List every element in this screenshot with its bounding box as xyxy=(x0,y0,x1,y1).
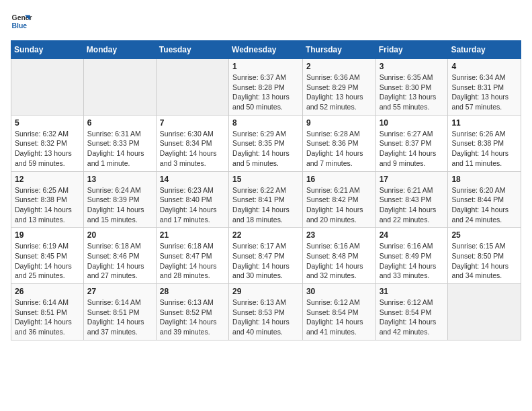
day-number: 12 xyxy=(15,175,80,184)
day-info: Sunrise: 6:13 AMSunset: 8:53 PMDaylight:… xyxy=(232,298,299,337)
calendar-cell: 13Sunrise: 6:24 AMSunset: 8:39 PMDayligh… xyxy=(83,171,156,228)
logo-icon: General Blue xyxy=(11,11,32,32)
day-number: 24 xyxy=(380,230,445,240)
day-info: Sunrise: 6:26 AMSunset: 8:38 PMDaylight:… xyxy=(451,129,517,169)
calendar-cell: 12Sunrise: 6:25 AMSunset: 8:38 PMDayligh… xyxy=(11,171,84,228)
calendar-cell xyxy=(11,59,84,116)
day-number: 16 xyxy=(306,175,372,184)
calendar-cell: 27Sunrise: 6:14 AMSunset: 8:51 PMDayligh… xyxy=(83,284,156,340)
calendar-cell: 18Sunrise: 6:20 AMSunset: 8:44 PMDayligh… xyxy=(448,171,521,228)
day-info: Sunrise: 6:36 AMSunset: 8:29 PMDaylight:… xyxy=(306,73,372,112)
day-info: Sunrise: 6:34 AMSunset: 8:31 PMDaylight:… xyxy=(451,73,517,112)
day-info: Sunrise: 6:31 AMSunset: 8:33 PMDaylight:… xyxy=(87,129,152,169)
day-info: Sunrise: 6:16 AMSunset: 8:48 PMDaylight:… xyxy=(306,241,372,281)
calendar-cell: 23Sunrise: 6:16 AMSunset: 8:48 PMDayligh… xyxy=(302,228,375,284)
day-number: 15 xyxy=(232,175,299,184)
calendar-cell: 28Sunrise: 6:13 AMSunset: 8:52 PMDayligh… xyxy=(156,284,228,340)
day-info: Sunrise: 6:25 AMSunset: 8:38 PMDaylight:… xyxy=(15,185,80,225)
day-number: 28 xyxy=(160,287,225,296)
day-number: 1 xyxy=(232,62,299,71)
day-number: 30 xyxy=(306,287,372,296)
day-info: Sunrise: 6:28 AMSunset: 8:36 PMDaylight:… xyxy=(306,129,372,169)
day-info: Sunrise: 6:16 AMSunset: 8:49 PMDaylight:… xyxy=(380,241,445,281)
calendar-cell: 8Sunrise: 6:29 AMSunset: 8:35 PMDaylight… xyxy=(229,115,303,171)
calendar-cell: 20Sunrise: 6:18 AMSunset: 8:46 PMDayligh… xyxy=(83,228,156,284)
day-number: 7 xyxy=(160,118,225,128)
day-info: Sunrise: 6:14 AMSunset: 8:51 PMDaylight:… xyxy=(87,298,152,337)
day-number: 20 xyxy=(87,230,152,240)
calendar-cell: 29Sunrise: 6:13 AMSunset: 8:53 PMDayligh… xyxy=(229,284,303,340)
calendar-cell: 10Sunrise: 6:27 AMSunset: 8:37 PMDayligh… xyxy=(375,115,448,171)
day-info: Sunrise: 6:30 AMSunset: 8:34 PMDaylight:… xyxy=(160,129,225,169)
day-number: 13 xyxy=(87,175,152,184)
calendar-week-row: 26Sunrise: 6:14 AMSunset: 8:51 PMDayligh… xyxy=(11,284,521,340)
day-number: 19 xyxy=(15,230,80,240)
calendar-cell: 1Sunrise: 6:37 AMSunset: 8:28 PMDaylight… xyxy=(229,59,303,116)
day-info: Sunrise: 6:17 AMSunset: 8:47 PMDaylight:… xyxy=(232,241,299,281)
day-info: Sunrise: 6:21 AMSunset: 8:43 PMDaylight:… xyxy=(380,185,445,225)
logo: General Blue xyxy=(11,11,32,32)
day-number: 2 xyxy=(306,62,372,71)
day-info: Sunrise: 6:24 AMSunset: 8:39 PMDaylight:… xyxy=(87,185,152,225)
day-number: 10 xyxy=(380,118,445,128)
calendar-week-row: 1Sunrise: 6:37 AMSunset: 8:28 PMDaylight… xyxy=(11,59,521,116)
day-info: Sunrise: 6:12 AMSunset: 8:54 PMDaylight:… xyxy=(380,298,445,337)
day-number: 3 xyxy=(380,62,445,71)
day-of-week-header: Saturday xyxy=(448,41,521,59)
day-info: Sunrise: 6:12 AMSunset: 8:54 PMDaylight:… xyxy=(306,298,372,337)
svg-text:Blue: Blue xyxy=(12,22,28,30)
day-number: 25 xyxy=(451,230,517,240)
day-of-week-header: Thursday xyxy=(302,41,375,59)
day-number: 26 xyxy=(15,287,80,296)
day-number: 5 xyxy=(15,118,80,128)
calendar-cell: 2Sunrise: 6:36 AMSunset: 8:29 PMDaylight… xyxy=(302,59,375,116)
calendar-cell: 19Sunrise: 6:19 AMSunset: 8:45 PMDayligh… xyxy=(11,228,84,284)
day-info: Sunrise: 6:18 AMSunset: 8:46 PMDaylight:… xyxy=(87,241,152,281)
day-of-week-header: Tuesday xyxy=(156,41,228,59)
day-info: Sunrise: 6:22 AMSunset: 8:41 PMDaylight:… xyxy=(232,185,299,225)
calendar-cell: 26Sunrise: 6:14 AMSunset: 8:51 PMDayligh… xyxy=(11,284,84,340)
calendar-cell: 25Sunrise: 6:15 AMSunset: 8:50 PMDayligh… xyxy=(448,228,521,284)
day-number: 11 xyxy=(451,118,517,128)
day-number: 22 xyxy=(232,230,299,240)
day-info: Sunrise: 6:14 AMSunset: 8:51 PMDaylight:… xyxy=(15,298,80,337)
calendar-cell: 9Sunrise: 6:28 AMSunset: 8:36 PMDaylight… xyxy=(302,115,375,171)
calendar-cell: 22Sunrise: 6:17 AMSunset: 8:47 PMDayligh… xyxy=(229,228,303,284)
day-info: Sunrise: 6:18 AMSunset: 8:47 PMDaylight:… xyxy=(160,241,225,281)
day-of-week-header: Wednesday xyxy=(229,41,303,59)
calendar-week-row: 19Sunrise: 6:19 AMSunset: 8:45 PMDayligh… xyxy=(11,228,521,284)
calendar-cell: 16Sunrise: 6:21 AMSunset: 8:42 PMDayligh… xyxy=(302,171,375,228)
calendar-cell: 4Sunrise: 6:34 AMSunset: 8:31 PMDaylight… xyxy=(448,59,521,116)
calendar-cell: 5Sunrise: 6:32 AMSunset: 8:32 PMDaylight… xyxy=(11,115,84,171)
day-of-week-header: Monday xyxy=(83,41,156,59)
calendar-cell: 30Sunrise: 6:12 AMSunset: 8:54 PMDayligh… xyxy=(302,284,375,340)
calendar-table: SundayMondayTuesdayWednesdayThursdayFrid… xyxy=(11,40,521,340)
day-number: 6 xyxy=(87,118,152,128)
calendar-cell: 3Sunrise: 6:35 AMSunset: 8:30 PMDaylight… xyxy=(375,59,448,116)
day-info: Sunrise: 6:20 AMSunset: 8:44 PMDaylight:… xyxy=(451,185,517,225)
calendar-cell: 6Sunrise: 6:31 AMSunset: 8:33 PMDaylight… xyxy=(83,115,156,171)
day-number: 27 xyxy=(87,287,152,296)
page-header: General Blue xyxy=(11,11,521,32)
calendar-cell: 21Sunrise: 6:18 AMSunset: 8:47 PMDayligh… xyxy=(156,228,228,284)
calendar-cell: 17Sunrise: 6:21 AMSunset: 8:43 PMDayligh… xyxy=(375,171,448,228)
day-number: 14 xyxy=(160,175,225,184)
calendar-cell xyxy=(448,284,521,340)
day-info: Sunrise: 6:37 AMSunset: 8:28 PMDaylight:… xyxy=(232,73,299,112)
calendar-header-row: SundayMondayTuesdayWednesdayThursdayFrid… xyxy=(11,41,521,59)
calendar-cell: 14Sunrise: 6:23 AMSunset: 8:40 PMDayligh… xyxy=(156,171,228,228)
day-number: 23 xyxy=(306,230,372,240)
day-info: Sunrise: 6:19 AMSunset: 8:45 PMDaylight:… xyxy=(15,241,80,281)
day-info: Sunrise: 6:13 AMSunset: 8:52 PMDaylight:… xyxy=(160,298,225,337)
day-of-week-header: Friday xyxy=(375,41,448,59)
day-info: Sunrise: 6:29 AMSunset: 8:35 PMDaylight:… xyxy=(232,129,299,169)
day-number: 18 xyxy=(451,175,517,184)
day-info: Sunrise: 6:27 AMSunset: 8:37 PMDaylight:… xyxy=(380,129,445,169)
day-info: Sunrise: 6:23 AMSunset: 8:40 PMDaylight:… xyxy=(160,185,225,225)
calendar-cell xyxy=(83,59,156,116)
calendar-cell: 15Sunrise: 6:22 AMSunset: 8:41 PMDayligh… xyxy=(229,171,303,228)
calendar-cell xyxy=(156,59,228,116)
day-info: Sunrise: 6:35 AMSunset: 8:30 PMDaylight:… xyxy=(380,73,445,112)
day-number: 8 xyxy=(232,118,299,128)
day-number: 17 xyxy=(380,175,445,184)
